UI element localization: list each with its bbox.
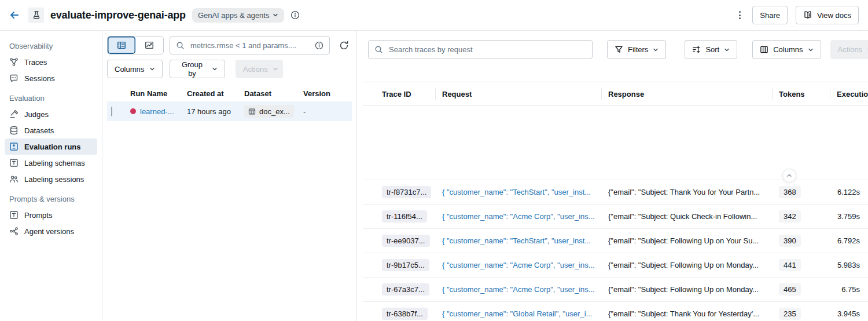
trace-id-chip[interactable]: tr-638b7f... <box>382 308 428 320</box>
chevron-down-icon <box>273 12 278 18</box>
traces-actions-button[interactable]: Actions <box>830 40 868 59</box>
info-icon[interactable] <box>290 10 300 20</box>
trace-request-link[interactable]: { "customer_name": "TechStart", "user_in… <box>435 188 601 196</box>
table-view-icon <box>117 41 126 50</box>
experiment-type-badge[interactable]: GenAI apps & agents <box>192 8 285 23</box>
runs-filter-input[interactable] <box>189 41 310 50</box>
section-label: Observability <box>0 38 102 54</box>
sort-label: Sort <box>705 45 719 54</box>
sidebar-item-label: Evaluation runs <box>24 143 81 151</box>
trace-request-link[interactable]: { "customer_name": "Acme Corp", "user_in… <box>435 212 601 221</box>
runs-actions-button[interactable]: Actions <box>236 60 283 78</box>
execution-time: 5.983s <box>830 261 868 269</box>
group-by-button[interactable]: Group by <box>170 60 225 78</box>
col-header-request[interactable]: Request <box>435 82 601 105</box>
trace-request-link[interactable]: { "customer_name": "Acme Corp", "user_in… <box>435 285 601 294</box>
col-header-response[interactable]: Response <box>601 82 772 105</box>
trace-row[interactable]: tr-67a3c7... { "customer_name": "Acme Co… <box>363 277 868 301</box>
sidebar-item-datasets[interactable]: Datasets <box>5 122 97 138</box>
experiment-flask-icon <box>28 8 44 23</box>
sort-button[interactable]: Sort <box>685 40 737 59</box>
filter-info-icon[interactable] <box>315 41 323 50</box>
filters-button[interactable]: Filters <box>607 40 666 59</box>
traces-search-input[interactable] <box>388 45 586 54</box>
runs-table: Run Name Created at Dataset Version lear… <box>107 85 352 121</box>
sidebar-item-traces[interactable]: Traces <box>5 54 97 70</box>
trace-row[interactable]: tr-f8731c7... { "customer_name": "TechSt… <box>363 180 868 204</box>
trace-request-link[interactable]: { "customer_name": "Acme Corp", "user_in… <box>435 261 601 269</box>
database-icon <box>9 126 19 135</box>
col-header-trace-id[interactable]: Trace ID <box>363 82 435 105</box>
sidebar-item-labeling-schemas[interactable]: Labeling schemas <box>5 155 97 171</box>
sidebar-item-evaluation-runs[interactable]: Evaluation runs <box>5 138 97 155</box>
sidebar-item-label: Datasets <box>24 126 54 135</box>
trace-row[interactable]: tr-9b17c5... { "customer_name": "Acme Co… <box>363 253 868 277</box>
col-header-created-at[interactable]: Created at <box>187 89 244 98</box>
chevron-down-icon <box>273 66 278 72</box>
run-name-link[interactable]: learned-... <box>140 107 174 116</box>
sidebar-item-label: Agent versions <box>24 227 74 236</box>
section-label: Evaluation <box>0 90 102 106</box>
execution-time: 6.792s <box>830 236 868 245</box>
runs-columns-button[interactable]: Columns <box>107 60 163 78</box>
table-view-button[interactable] <box>108 37 135 54</box>
runs-table-header: Run Name Created at Dataset Version <box>107 85 352 101</box>
chat-bubble-icon <box>9 74 19 83</box>
evaluation-runs-icon <box>9 142 19 151</box>
trace-row[interactable]: tr-116f54... { "customer_name": "Acme Co… <box>363 204 868 228</box>
col-header-run-name[interactable]: Run Name <box>130 89 187 98</box>
chart-view-button[interactable] <box>135 37 163 54</box>
sidebar-item-labeling-sessions[interactable]: Labeling sessions <box>5 171 97 187</box>
sidebar-item-label: Judges <box>24 110 49 119</box>
back-button[interactable] <box>7 8 22 23</box>
runs-toolbar <box>107 36 352 54</box>
col-header-tokens[interactable]: Tokens <box>772 82 830 105</box>
sidebar-item-label: Traces <box>24 58 47 67</box>
traces-table: Trace ID Request Response Tokens Executi… <box>363 82 868 321</box>
tokens-badge: 441 <box>779 259 801 271</box>
header-left: evaluate-improve-genai-app GenAI apps & … <box>7 2 300 28</box>
sidebar-item-agent-versions[interactable]: Agent versions <box>5 223 97 239</box>
traces-columns-button[interactable]: Columns <box>752 40 821 59</box>
chevron-down-icon <box>808 47 814 53</box>
sidebar: Observability Traces Sessions Evaluation <box>0 31 102 321</box>
sidebar-item-sessions[interactable]: Sessions <box>5 70 97 86</box>
chart-view-icon <box>145 41 154 50</box>
col-header-version[interactable]: Version <box>303 89 352 98</box>
row-checkbox[interactable] <box>111 107 112 116</box>
columns-icon <box>760 45 768 54</box>
scroll-to-top-button[interactable] <box>782 169 796 183</box>
run-row[interactable]: learned-... 17 hours ago doc_ex... - <box>107 101 352 121</box>
view-docs-button[interactable]: View docs <box>796 6 859 24</box>
sidebar-item-label: Prompts <box>24 211 52 220</box>
trace-row[interactable]: tr-ee9037... { "customer_name": "TechSta… <box>363 228 868 253</box>
trace-row[interactable]: tr-638b7f... { "customer_name": "Global … <box>363 301 868 321</box>
gavel-icon <box>9 110 19 119</box>
trace-request-link[interactable]: { "customer_name": "TechStart", "user_in… <box>435 236 601 245</box>
filters-label: Filters <box>628 45 648 54</box>
book-icon <box>803 10 812 20</box>
search-icon <box>374 45 383 54</box>
sidebar-item-judges[interactable]: Judges <box>5 106 97 122</box>
share-button[interactable]: Share <box>752 6 788 24</box>
overflow-menu-icon[interactable] <box>735 9 744 21</box>
page-title: evaluate-improve-genai-app <box>50 9 186 21</box>
col-header-execution[interactable]: Execution <box>830 82 868 105</box>
sidebar-item-prompts[interactable]: Prompts <box>5 207 97 223</box>
sort-icon <box>692 45 701 54</box>
col-header-dataset[interactable]: Dataset <box>244 89 303 98</box>
trace-request-link[interactable]: { "customer_name": "Global Retail", "use… <box>435 309 601 318</box>
sidebar-item-label: Labeling sessions <box>24 175 84 184</box>
trace-id-chip[interactable]: tr-67a3c7... <box>382 283 429 296</box>
tokens-badge: 368 <box>779 186 801 198</box>
trace-id-chip[interactable]: tr-ee9037... <box>382 235 430 247</box>
share-label: Share <box>760 11 780 20</box>
dataset-chip[interactable]: doc_ex... <box>244 105 294 118</box>
trace-id-chip[interactable]: tr-9b17c5... <box>382 259 429 271</box>
trace-id-chip[interactable]: tr-f8731c7... <box>382 186 431 198</box>
trace-id-chip[interactable]: tr-116f54... <box>382 210 427 222</box>
agent-graph-icon <box>9 227 19 236</box>
refresh-button[interactable] <box>336 37 352 53</box>
view-mode-toggle <box>107 36 164 54</box>
actions-label: Actions <box>243 65 268 74</box>
